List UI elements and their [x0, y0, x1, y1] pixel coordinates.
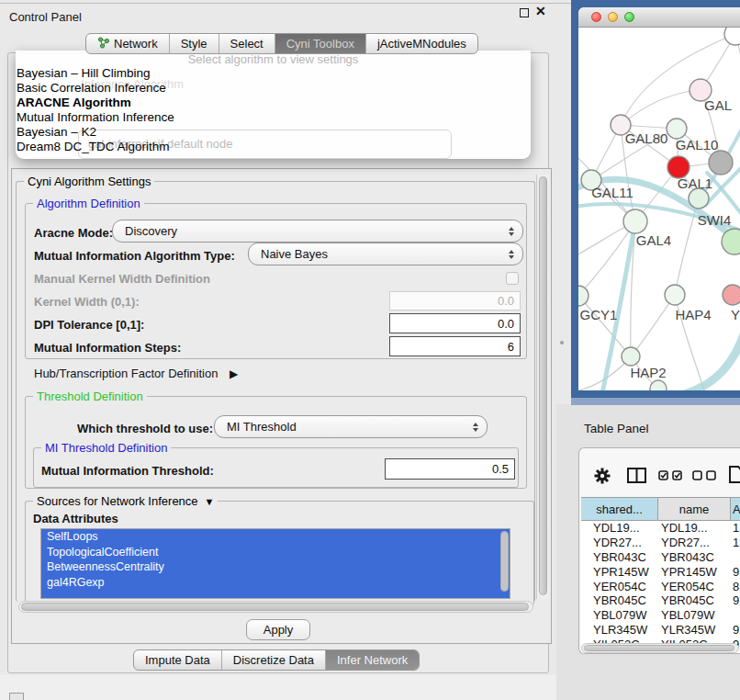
network-node[interactable]: [689, 188, 709, 209]
node-label: GAL11: [591, 185, 633, 200]
attribute-gal4rgexp[interactable]: gal4RGexp: [41, 575, 510, 591]
mi-steps-label: Mutual Information Steps:: [34, 341, 181, 355]
scrollbar-thumb[interactable]: [539, 176, 547, 595]
column-header-a[interactable]: A: [731, 498, 740, 520]
algorithm-option-dream8-dc-tdc-algorithm[interactable]: Dream8 DC_TDC Algorithm: [17, 140, 530, 154]
settings-hscrollbar[interactable]: [18, 601, 533, 613]
mi-type-value: Naive Bayes: [249, 247, 500, 261]
manual-kernel-checkbox[interactable]: [506, 272, 519, 285]
tab-cyni-toolbox[interactable]: Cyni Toolbox: [275, 34, 365, 53]
tab-label: Network: [114, 37, 158, 51]
attribute-betweennesscentrality[interactable]: BetweennessCentrality: [41, 559, 510, 575]
column-header-name[interactable]: name: [658, 498, 731, 520]
network-node-gcy1[interactable]: [578, 286, 589, 306]
tab-infer-network[interactable]: Infer Network: [325, 650, 419, 670]
collapsed-arrow-icon[interactable]: ▶: [230, 367, 238, 380]
tab-network[interactable]: Network: [86, 34, 169, 53]
minimize-traffic-light[interactable]: [608, 12, 618, 22]
tab-impute-data[interactable]: Impute Data: [134, 650, 221, 670]
algorithm-option-bayesian-hill-climbing[interactable]: Bayesian – Hill Climbing: [17, 66, 530, 81]
network-node-gal4[interactable]: [623, 209, 647, 233]
network-window-titlebar[interactable]: [578, 7, 740, 28]
close-button[interactable]: ✕: [535, 4, 546, 18]
scrollbar-thumb[interactable]: [584, 645, 734, 651]
network-view-window[interactable]: GALGAL80GAL10GAL1GAL11SWI4GAL4GCY1HAP4YH…: [578, 7, 740, 390]
panel-corner-icon[interactable]: [9, 693, 24, 700]
algorithm-option-basic-correlation-inference[interactable]: Basic Correlation Inference: [17, 81, 530, 96]
mi-threshold-group-title: MI Threshold Definition: [41, 441, 171, 455]
dropdown-placeholder: Select algorithm to view settings: [16, 52, 531, 66]
table-row[interactable]: YLR345WYLR345W9.: [581, 623, 740, 638]
tab-style[interactable]: Style: [169, 34, 219, 53]
node-label: HAP2: [630, 365, 666, 380]
scrollbar-thumb[interactable]: [21, 603, 529, 611]
network-node[interactable]: [709, 151, 733, 175]
attribute-topologicalcoefficient[interactable]: TopologicalCoefficient: [41, 545, 510, 560]
table-cell: 9.: [731, 565, 740, 579]
float-button[interactable]: [520, 8, 529, 17]
zoom-traffic-light[interactable]: [624, 12, 634, 22]
aracne-mode-select[interactable]: Discovery: [112, 220, 523, 243]
table-row[interactable]: YDR27...YDR27...12: [581, 536, 740, 550]
select-all-checkboxes-icon[interactable]: [658, 470, 682, 480]
kernel-width-label: Kernel Width (0,1):: [34, 295, 140, 309]
combo-arrows-icon: [500, 250, 522, 259]
node-label: GAL4: [636, 232, 671, 248]
table-row[interactable]: YBL079WYBL079W: [581, 608, 740, 623]
network-node-hap2[interactable]: [622, 347, 640, 366]
network-node-hap4[interactable]: [665, 285, 685, 305]
document-icon[interactable]: [729, 466, 740, 487]
deselect-all-checkboxes-icon[interactable]: [692, 470, 716, 480]
attributes-list-scrollbar-thumb[interactable]: [500, 531, 509, 592]
expanded-arrow-icon[interactable]: ▼: [205, 496, 215, 507]
network-node[interactable]: [724, 28, 740, 45]
attribute-partial[interactable]: [41, 590, 510, 599]
tab-select[interactable]: Select: [219, 34, 275, 53]
table-cell: YBR045C: [581, 593, 658, 607]
panel-gap[interactable]: [556, 0, 571, 404]
algorithm-option-mutual-information-inference[interactable]: Mutual Information Inference: [17, 110, 530, 125]
kernel-width-field[interactable]: 0.0: [389, 291, 521, 310]
tab-discretize-data[interactable]: Discretize Data: [221, 650, 325, 670]
split-columns-icon[interactable]: [627, 468, 646, 487]
settings-vscrollbar[interactable]: [536, 175, 549, 599]
table-cell: YLR345W: [581, 623, 658, 637]
gear-icon[interactable]: [594, 468, 611, 488]
cyni-algorithm-settings-title: Cyni Algorithm Settings: [24, 175, 154, 188]
tab-jactivemnodules[interactable]: jActiveMNodules: [365, 34, 477, 53]
network-node-y[interactable]: [723, 285, 740, 305]
table-row[interactable]: YBR043CYBR043C: [581, 550, 740, 565]
algorithm-option-aracne-algorithm[interactable]: ARACNE Algorithm: [17, 96, 530, 110]
node-label: SWI4: [698, 212, 732, 228]
table-row[interactable]: YPR145WYPR145W9.: [581, 564, 740, 579]
table-hscrollbar[interactable]: [581, 643, 739, 653]
apply-button[interactable]: Apply: [246, 619, 310, 640]
table-panel: shared...nameA YDL19...YDL19...13YDR27..…: [578, 447, 740, 654]
mi-type-select[interactable]: Naive Bayes: [248, 243, 523, 265]
network-edge: [621, 90, 701, 125]
tab-label: Impute Data: [145, 653, 210, 667]
aracne-mode-label: Aracne Mode:: [34, 226, 113, 240]
column-header-shared[interactable]: shared...: [581, 498, 658, 520]
table-cell: 8.: [731, 580, 740, 593]
table-row[interactable]: YER054CYER054C8.: [581, 579, 740, 593]
algorithm-option-bayesian-k2[interactable]: Bayesian – K2: [17, 125, 530, 140]
network-icon: [97, 37, 109, 51]
hub-definition-toggle[interactable]: Hub/Transcription Factor Definition ▶: [34, 367, 238, 380]
node-label: Y: [731, 307, 740, 322]
mi-steps-field[interactable]: 6: [389, 336, 521, 356]
table-cell: YLR345W: [658, 623, 731, 637]
table-row[interactable]: YBR045CYBR045C9.: [581, 593, 740, 608]
network-node[interactable]: [650, 380, 667, 390]
network-node-gal10[interactable]: [667, 119, 687, 139]
dpi-tolerance-field[interactable]: 0.0: [389, 313, 521, 333]
attribute-selfloops[interactable]: SelfLoops: [41, 529, 510, 545]
splitter-handle[interactable]: [560, 341, 564, 344]
table-row[interactable]: YDL19...YDL19...13: [581, 521, 740, 536]
network-svg[interactable]: GALGAL80GAL10GAL1GAL11SWI4GAL4GCY1HAP4YH…: [578, 28, 740, 390]
which-threshold-select[interactable]: MI Threshold: [214, 415, 488, 438]
combo-arrows-icon: [465, 423, 487, 432]
mi-threshold-field[interactable]: 0.5: [385, 458, 515, 480]
network-edge: [578, 296, 631, 356]
close-traffic-light[interactable]: [591, 12, 601, 22]
